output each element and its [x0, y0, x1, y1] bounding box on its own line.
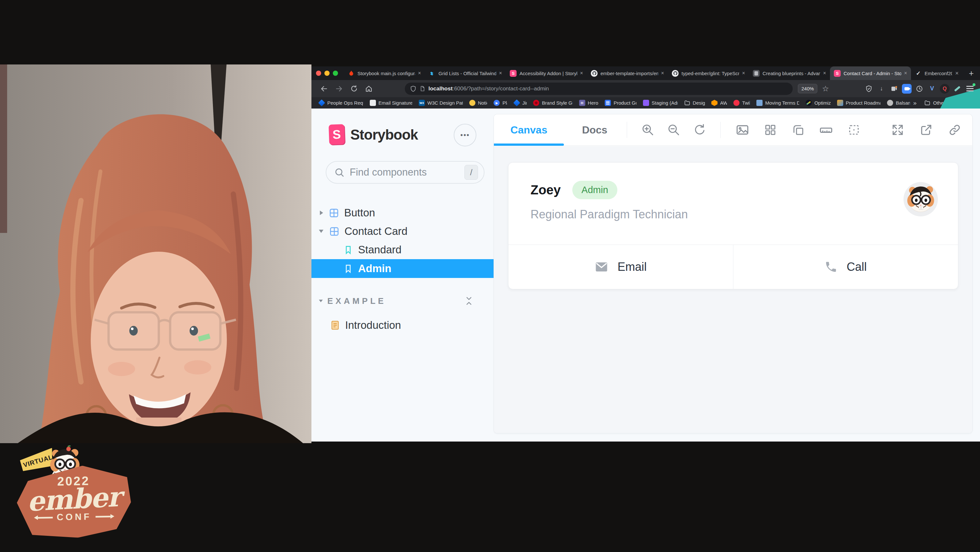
- pencil-extension-icon[interactable]: [953, 84, 962, 94]
- q-extension-icon[interactable]: Q: [940, 84, 950, 94]
- bookmarks-overflow-chevron[interactable]: »: [913, 100, 917, 106]
- emberconf-badge: 2022 ember CONF: [16, 465, 132, 539]
- zoom-app-extension-icon[interactable]: [902, 84, 912, 94]
- bookmark-designs[interactable]: Designs: [681, 100, 708, 106]
- chevron-down-icon[interactable]: [319, 300, 323, 302]
- bookmark-balsamiq[interactable]: Balsamiq: [884, 100, 913, 106]
- home-button[interactable]: [361, 82, 376, 95]
- bookmark-plai[interactable]: ▶Plai: [490, 100, 510, 106]
- tab-contact-card-admin-active[interactable]: S Contact Card - Admin - Story ×: [830, 67, 911, 80]
- tab-emberconf-tests[interactable]: ✓ Emberconf2022 Tests ×: [911, 67, 963, 80]
- call-button[interactable]: Call: [733, 245, 958, 289]
- badge-right-arrow: [95, 516, 110, 518]
- contact-name-row: Zoey Admin: [530, 181, 937, 199]
- bookmark-email-signature[interactable]: Email Signature Te...: [366, 100, 415, 106]
- tab-storybook-config[interactable]: Storybook main.js configuratio ×: [344, 67, 425, 80]
- emberconf-2022-logo: VIRTUAL 2022 ember: [10, 444, 152, 545]
- zoom-out-button[interactable]: [661, 117, 687, 143]
- bookmark-notion[interactable]: Notion: [466, 100, 491, 106]
- bookmark-w3c-design-patterns[interactable]: W3W3C Design Patterns: [415, 100, 466, 106]
- bookmark-twilio[interactable]: Twilio: [730, 100, 753, 106]
- extensions-menu-icon[interactable]: [965, 84, 975, 94]
- fullscreen-window-button[interactable]: [333, 71, 338, 76]
- tab-typed-ember-glint[interactable]: typed-ember/glint: TypeScrip ×: [668, 67, 749, 80]
- new-tab-button[interactable]: +: [963, 68, 980, 78]
- search-shortcut-key: /: [465, 165, 478, 180]
- tab-canvas-active[interactable]: Canvas: [494, 114, 564, 146]
- tab-docs[interactable]: Docs: [570, 114, 619, 146]
- grid-toggle-button[interactable]: [756, 117, 784, 143]
- storybook-app: S Storybook ••• / Button Contact Card St: [312, 108, 980, 441]
- twilio-icon: [733, 100, 740, 106]
- bookmarks-bar: People Ops Reques... Email Signature Te.…: [312, 97, 980, 108]
- tab-close-icon[interactable]: ×: [742, 70, 745, 76]
- open-canvas-new-tab-button[interactable]: [912, 117, 940, 143]
- bookmark-jira[interactable]: Jira: [511, 100, 530, 106]
- zoom-level-badge[interactable]: 240%: [798, 84, 817, 93]
- shield-check-extension-icon[interactable]: [864, 84, 874, 94]
- tab-ember-template-imports[interactable]: ember-template-imports/emb ×: [587, 67, 668, 80]
- bookmark-product-roadmap[interactable]: Product Roadmap (...: [834, 100, 884, 106]
- canvas-toolbar: Canvas Docs: [494, 114, 972, 146]
- tab-close-icon[interactable]: ×: [823, 70, 826, 76]
- sidebar-item-label: Admin: [358, 262, 391, 275]
- tab-tailwind-grid-lists[interactable]: Grid Lists - Official Tailwind C ×: [425, 67, 506, 80]
- search-input[interactable]: [349, 166, 460, 179]
- download-extension-icon[interactable]: ↓: [877, 84, 886, 94]
- minimize-window-button[interactable]: [325, 71, 329, 76]
- back-button[interactable]: [317, 82, 331, 95]
- tab-close-icon[interactable]: ×: [580, 70, 583, 76]
- viewport-button[interactable]: [784, 117, 812, 143]
- bookmark-heroku[interactable]: HHeroku: [576, 100, 602, 106]
- collapse-all-icon[interactable]: [464, 296, 474, 306]
- bookmark-people-ops[interactable]: People Ops Reques...: [315, 100, 366, 106]
- search-box[interactable]: /: [326, 161, 485, 184]
- sidebar-item-contact-card[interactable]: Contact Card: [312, 222, 494, 241]
- sidebar-menu-button[interactable]: •••: [454, 124, 476, 146]
- site-security-shield-icon: [410, 86, 417, 92]
- sidebar-item-button[interactable]: Button: [312, 203, 494, 222]
- bookmark-staging-admin[interactable]: Staging (Admin): [640, 100, 681, 106]
- toolbar-right-group: [883, 117, 972, 143]
- tab-creating-blueprints[interactable]: Creating blueprints - Advanced u ×: [749, 67, 830, 80]
- tab-close-icon[interactable]: ×: [955, 70, 959, 77]
- camera-extension-icon[interactable]: [889, 84, 899, 94]
- bookmark-product-guide[interactable]: Product Guide: [601, 100, 640, 106]
- outline-button[interactable]: [840, 117, 868, 143]
- tab-close-icon[interactable]: ×: [661, 70, 664, 76]
- bookmark-brand-style-guide[interactable]: Brand Style Guid...: [530, 100, 576, 106]
- video-frame: Storybook main.js configuratio × Grid Li…: [0, 0, 980, 552]
- bookmark-aws[interactable]: AWS: [708, 100, 730, 106]
- email-button[interactable]: Email: [509, 245, 733, 289]
- sidebar-section-example[interactable]: EXAMPLE: [312, 292, 494, 310]
- document-icon: [370, 100, 376, 106]
- copy-link-button[interactable]: [940, 117, 969, 143]
- address-bar[interactable]: localhost:6006/?path=/story/contact-card…: [405, 82, 793, 95]
- optimizely-icon: [806, 100, 812, 106]
- tab-close-icon[interactable]: ×: [418, 70, 421, 76]
- forward-button[interactable]: [331, 82, 347, 95]
- bookmark-moving-terms[interactable]: Moving Terms Dicti...: [753, 100, 802, 106]
- sidebar-item-introduction[interactable]: Introduction: [312, 316, 513, 335]
- tab-accessibility-addon[interactable]: S Accessibility Addon | Storybo ×: [506, 67, 587, 80]
- zoom-in-button[interactable]: [635, 117, 661, 143]
- chevron-right-icon[interactable]: [320, 211, 323, 215]
- close-window-button[interactable]: [316, 71, 321, 76]
- tab-close-icon[interactable]: ×: [904, 70, 907, 76]
- tab-close-icon[interactable]: ×: [499, 70, 502, 76]
- story-bookmark-icon: [344, 264, 353, 273]
- measure-button[interactable]: [812, 117, 840, 143]
- zoom-reset-button[interactable]: [687, 117, 713, 143]
- toolbar-divider: [627, 122, 627, 138]
- bookmark-optimizely[interactable]: Optimizely: [802, 100, 834, 106]
- q-extension-glyph: Q: [943, 86, 947, 92]
- chevron-down-icon[interactable]: [319, 230, 323, 233]
- change-background-button[interactable]: [729, 117, 756, 143]
- fullscreen-button[interactable]: [883, 117, 912, 143]
- v-extension-icon[interactable]: V1: [927, 84, 937, 94]
- bookmark-star-icon[interactable]: ☆: [822, 84, 829, 93]
- toolbar-divider: [721, 122, 721, 138]
- clock-extension-icon[interactable]: [915, 84, 924, 94]
- contact-card-header: Zoey Admin Regional Paradigm Technician: [509, 163, 958, 245]
- reload-button[interactable]: [347, 82, 361, 95]
